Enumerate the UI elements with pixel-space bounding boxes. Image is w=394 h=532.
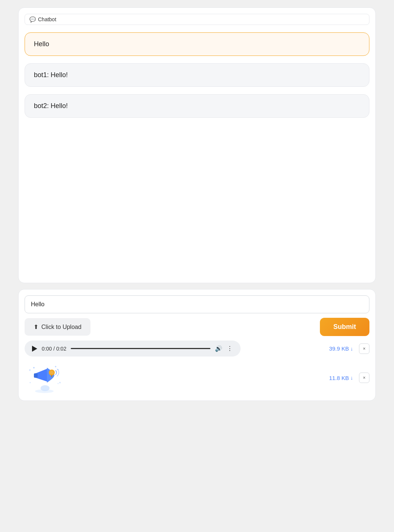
chatbot-tab-label: Chatbot — [38, 16, 56, 22]
upload-button[interactable]: ⬆ Click to Upload — [25, 318, 90, 336]
message-input[interactable] — [25, 295, 369, 313]
audio-close-button[interactable]: × — [359, 343, 369, 354]
audio-close-icon: × — [363, 346, 365, 351]
svg-point-0 — [33, 367, 35, 368]
image-download-arrow: ↓ — [350, 375, 353, 381]
audio-progress-bar[interactable] — [71, 348, 210, 349]
play-button[interactable] — [32, 346, 37, 352]
svg-point-3 — [59, 382, 61, 383]
chatbot-tab[interactable]: 💬 Chatbot — [25, 14, 369, 25]
bot-message-2: bot2: Hello! — [25, 94, 369, 118]
megaphone-svg: ✦ ✦ ✦ — [26, 362, 64, 394]
user-message-1: Hello — [25, 32, 369, 56]
submit-button[interactable]: Submit — [320, 318, 369, 336]
bot-message-1: bot1: Hello! — [25, 63, 369, 87]
svg-point-10 — [50, 371, 54, 374]
input-panel: ⬆ Click to Upload Submit 0:00 / 0:02 🔊 ⋮ — [18, 289, 376, 401]
upload-button-label: Click to Upload — [41, 324, 82, 330]
svg-point-12 — [35, 389, 54, 393]
svg-text:✦: ✦ — [54, 365, 57, 368]
audio-file-size: 39.9 KB — [329, 345, 349, 352]
audio-time: 0:00 / 0:02 — [42, 346, 66, 352]
image-file-row: ✦ ✦ ✦ — [25, 361, 369, 395]
user-message-text-1: Hello — [34, 40, 49, 48]
audio-download-arrow: ↓ — [350, 346, 353, 352]
svg-rect-8 — [34, 373, 38, 378]
svg-text:✦: ✦ — [28, 368, 31, 372]
audio-file-row: 0:00 / 0:02 🔊 ⋮ 39.9 KB ↓ × — [25, 341, 369, 357]
audio-download-link[interactable]: 39.9 KB ↓ — [329, 345, 353, 352]
submit-button-label: Submit — [333, 323, 356, 330]
chat-icon: 💬 — [29, 16, 36, 22]
svg-point-2 — [30, 382, 31, 383]
upload-icon: ⬆ — [34, 323, 38, 330]
svg-text:✦: ✦ — [57, 382, 59, 385]
more-options-icon[interactable]: ⋮ — [227, 345, 233, 352]
image-thumbnail: ✦ ✦ ✦ — [25, 361, 66, 395]
bot-message-text-1: bot1: Hello! — [34, 71, 68, 79]
page-wrapper: 💬 Chatbot Hello bot1: Hello! bot2: Hello… — [18, 7, 376, 525]
image-close-button[interactable]: × — [359, 373, 369, 383]
image-download-link[interactable]: 11.8 KB ↓ — [329, 375, 353, 381]
input-actions-row: ⬆ Click to Upload Submit — [25, 318, 369, 336]
image-close-icon: × — [363, 375, 365, 380]
volume-icon[interactable]: 🔊 — [215, 345, 222, 352]
image-file-size: 11.8 KB — [329, 375, 349, 381]
chat-window: 💬 Chatbot Hello bot1: Hello! bot2: Hello… — [18, 7, 376, 283]
audio-player: 0:00 / 0:02 🔊 ⋮ — [25, 341, 241, 357]
bot-message-text-2: bot2: Hello! — [34, 102, 68, 110]
